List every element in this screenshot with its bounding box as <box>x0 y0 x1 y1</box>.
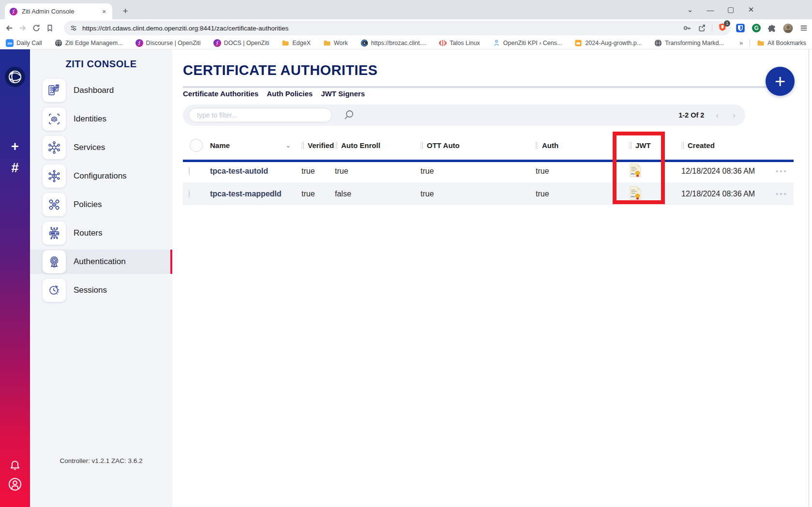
column-header-verified[interactable]: Verified <box>298 131 331 160</box>
reload-icon[interactable] <box>32 24 41 32</box>
rail-add-button[interactable]: + <box>0 139 30 154</box>
sidebar-item-dashboard[interactable]: Dashboard <box>30 78 172 103</box>
column-header-auto-enroll[interactable]: Auto Enroll <box>331 131 417 160</box>
tab-auth-policies[interactable]: Auth Policies <box>267 89 313 98</box>
bitwarden-icon[interactable] <box>736 23 745 33</box>
bookmark-discourse-openziti[interactable]: Discourse | OpenZiti <box>135 39 201 47</box>
tab-certificate-authorities[interactable]: Certificate Authorities <box>183 89 258 98</box>
site-settings-tune-icon[interactable] <box>70 24 77 32</box>
search-icon[interactable] <box>343 109 355 123</box>
bookmark-brozac[interactable]: https://brozac.clint.... <box>361 39 427 47</box>
row-checkbox[interactable] <box>189 189 190 198</box>
column-separator <box>536 142 538 149</box>
column-header-auth[interactable]: Auth <box>532 131 625 160</box>
bookmark-2024-aug-growth[interactable]: 2024-Aug-growth.p... <box>574 39 642 47</box>
page-prev-icon[interactable]: ‹ <box>716 110 719 120</box>
bookmark-icon[interactable] <box>45 24 54 32</box>
sidebar: ZITI CONSOLE Dashboard Identities Servic… <box>30 49 172 507</box>
sidebar-item-services[interactable]: Services <box>30 135 172 160</box>
bookmark-transforming-markdown[interactable]: Transforming Markd... <box>654 39 724 47</box>
main-content: CERTIFICATE AUTHORITIES Certificate Auth… <box>172 49 812 507</box>
tab-close-icon[interactable]: ✕ <box>100 7 108 16</box>
tab-search-chevron-icon[interactable]: ⌄ <box>686 5 694 14</box>
dark-disc-icon <box>361 39 368 47</box>
row-name[interactable]: tpca-test-mappedId <box>209 190 298 198</box>
bookmarks-bar: zm Daily Call Ziti Edge Managem... Disco… <box>0 37 812 49</box>
window-maximize-icon[interactable]: ▢ <box>727 5 735 14</box>
column-header-created[interactable]: Created <box>677 131 772 160</box>
row-auto-enroll: false <box>331 190 417 198</box>
sort-chevron-icon[interactable]: ⌄ <box>286 142 291 149</box>
sidebar-item-label: Sessions <box>74 285 107 295</box>
filter-input[interactable] <box>189 108 332 122</box>
extensions-puzzle-icon[interactable] <box>767 24 777 33</box>
address-bar[interactable]: https://ctrl.cdaws.clint.demo.openziti.o… <box>64 21 731 35</box>
bookmark-docs-openziti[interactable]: DOCS | OpenZiti <box>213 39 270 47</box>
new-tab-button[interactable]: + <box>119 5 132 18</box>
row-checkbox[interactable] <box>189 166 190 176</box>
table-row[interactable]: tpca-test-autoId true true true true 12/… <box>183 160 794 182</box>
sidebar-item-label: Authentication <box>74 257 126 267</box>
bookmark-folder-work[interactable]: Work <box>323 39 348 47</box>
profile-avatar[interactable] <box>783 23 793 33</box>
shield-badge: 1 <box>724 20 730 27</box>
page-next-icon[interactable]: › <box>733 110 736 120</box>
column-separator <box>681 142 684 149</box>
sidebar-item-sessions[interactable]: Sessions <box>30 278 172 302</box>
zoom-icon: zm <box>6 39 14 47</box>
row-actions-icon[interactable]: ••• <box>772 190 794 198</box>
rail-hash-button[interactable]: # <box>0 161 30 176</box>
sidebar-item-label: Dashboard <box>74 86 114 95</box>
dark-globe-icon <box>55 39 62 47</box>
add-button[interactable]: + <box>766 67 795 96</box>
bookmark-talos[interactable]: Talos Linux <box>439 39 480 47</box>
row-name[interactable]: tpca-test-autoId <box>209 167 298 176</box>
section-tabs: Certificate Authorities Auth Policies JW… <box>183 89 365 98</box>
sidebar-item-identities[interactable]: Identities <box>30 107 172 131</box>
sidebar-title: ZITI CONSOLE <box>30 59 172 70</box>
sidebar-item-routers[interactable]: Routers <box>30 221 172 245</box>
url-text[interactable]: https://ctrl.cdaws.clint.demo.openziti.o… <box>82 25 683 32</box>
column-header-ott-auto[interactable]: OTT Auto <box>417 131 532 160</box>
row-actions-icon[interactable]: ••• <box>772 167 794 175</box>
grammarly-icon[interactable]: G <box>752 23 761 33</box>
sidebar-item-policies[interactable]: Policies <box>30 193 172 217</box>
clock-icon <box>47 283 61 298</box>
header-underline <box>183 160 794 162</box>
back-icon[interactable] <box>5 24 14 32</box>
column-separator <box>335 142 337 149</box>
share-icon[interactable] <box>697 24 706 32</box>
bell-icon[interactable] <box>8 459 22 475</box>
browser-tab[interactable]: Ziti Admin Console ✕ <box>5 3 112 19</box>
all-bookmarks-button[interactable]: All Bookmarks <box>757 39 806 47</box>
table-row[interactable]: tpca-test-mappedId true false true true … <box>183 182 794 205</box>
window-close-icon[interactable]: ✕ <box>747 5 755 14</box>
forward-icon[interactable] <box>18 24 27 32</box>
menu-hamburger-icon[interactable] <box>799 24 808 32</box>
sidebar-item-authentication[interactable]: Authentication <box>30 250 172 274</box>
bookmark-daily-call[interactable]: zm Daily Call <box>6 39 42 47</box>
bookmarks-overflow-chevrons[interactable]: » <box>739 39 743 46</box>
window-minimize-icon[interactable]: — <box>707 6 714 14</box>
password-key-icon[interactable] <box>683 24 692 32</box>
sidebar-nav: Dashboard Identities Services Configurat… <box>30 78 172 307</box>
tab-jwt-signers[interactable]: JWT Signers <box>321 89 365 98</box>
ziti-gradient-icon <box>135 39 143 47</box>
bookmark-folder-edgex[interactable]: EdgeX <box>282 39 311 47</box>
fingerprint-icon <box>47 112 61 126</box>
select-all-checkbox[interactable] <box>190 139 203 152</box>
brave-shield-icon[interactable]: 1 <box>718 23 727 33</box>
row-created: 12/18/2024 08:36 AM <box>677 167 772 176</box>
sidebar-item-configurations[interactable]: Configurations <box>30 164 172 188</box>
page-title: CERTIFICATE AUTHORITIES <box>183 62 377 78</box>
talos-burst-icon <box>439 39 447 47</box>
row-auto-enroll: true <box>331 167 417 176</box>
ziti-favicon-icon <box>10 8 17 15</box>
profile-icon[interactable] <box>8 477 22 493</box>
column-header-name[interactable]: Name⌄ <box>209 131 298 160</box>
bookmark-openziti-kpi[interactable]: OpenZiti KPI › Cens... <box>493 39 562 47</box>
ziti-logo-icon[interactable] <box>4 66 26 89</box>
table-header-row: Name⌄ Verified Auto Enroll OTT Auto Auth… <box>183 131 794 160</box>
bookmark-ziti-edge[interactable]: Ziti Edge Managem... <box>55 39 123 47</box>
column-separator <box>421 142 423 149</box>
